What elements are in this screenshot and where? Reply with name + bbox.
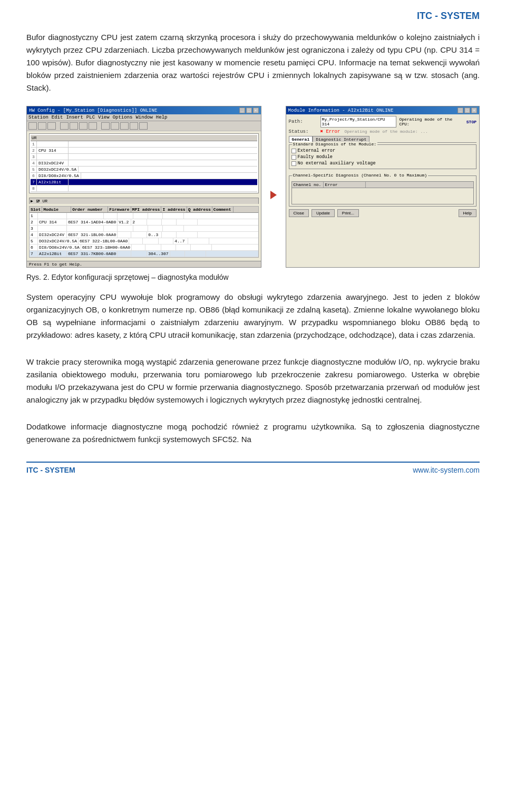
cell-comm bbox=[177, 232, 198, 238]
hw-config-window: HW Config - [My_Station [Diagnostics]] O… bbox=[26, 106, 261, 268]
cell-mod bbox=[38, 213, 67, 219]
cell-iadr bbox=[133, 213, 148, 219]
cell-iadr bbox=[159, 238, 173, 244]
col-qadr: Q address bbox=[187, 207, 212, 212]
slot-module: DI32xDC24V bbox=[37, 160, 69, 166]
cell-comm bbox=[191, 244, 212, 250]
cell-mod: CPU 314 bbox=[38, 219, 67, 225]
toolbar-btn-2[interactable] bbox=[38, 122, 46, 130]
toolbar-btn-10[interactable] bbox=[120, 122, 129, 130]
update-button[interactable]: Update bbox=[312, 209, 335, 217]
slot-num: 8 bbox=[31, 185, 37, 191]
table-row-selected[interactable]: 7 AI2x12Bit 6ES7 331-7KB00-0AB0 304..307 bbox=[30, 251, 258, 257]
rack-row-5: 5 DO32xDC24V/0.5A bbox=[31, 167, 257, 173]
checkbox-icon-2[interactable] bbox=[291, 155, 296, 160]
toolbar-btn-12[interactable] bbox=[139, 122, 148, 130]
table-rack-label: ▶ 🖳 UR bbox=[29, 198, 259, 204]
table-row[interactable]: 3 bbox=[30, 226, 258, 232]
toolbar-btn-1[interactable] bbox=[28, 122, 37, 130]
cell-qadr bbox=[148, 226, 163, 231]
cell-qadr bbox=[170, 251, 185, 257]
cell-order bbox=[67, 213, 104, 219]
module-info-content: Path: My_Project/My_Station/CPU 314 Oper… bbox=[286, 114, 479, 219]
rack-addr: UR bbox=[32, 135, 37, 140]
cell-iadr: 304..307 bbox=[147, 251, 170, 257]
cell-mpi bbox=[118, 226, 133, 231]
cell-fw bbox=[118, 232, 131, 238]
menu-insert[interactable]: Insert bbox=[66, 115, 83, 120]
cell-mpi bbox=[131, 251, 147, 257]
rack-row-3: 3 bbox=[31, 154, 257, 160]
status-value: ✖ Error bbox=[320, 129, 340, 134]
maximize-btn-r[interactable]: □ bbox=[464, 107, 470, 113]
cell-fw: V1.2 bbox=[118, 219, 131, 225]
maximize-btn[interactable]: □ bbox=[246, 107, 252, 113]
col-slot: Slot bbox=[30, 207, 42, 212]
module-info-title: Module Information - AI2x12Bit ONLINE bbox=[288, 108, 394, 113]
toolbar-btn-5[interactable] bbox=[70, 122, 78, 130]
slot-num: 3 bbox=[31, 154, 37, 160]
status-error-text: Error bbox=[326, 129, 340, 134]
channel-diagnosis-group: Channel-Specific Diagnosis (Channel No. … bbox=[289, 175, 476, 207]
checkbox-icon-3[interactable] bbox=[291, 161, 296, 166]
table-header: Slot Module Order number Firmware MPI ad… bbox=[30, 207, 258, 213]
help-button[interactable]: Help bbox=[459, 209, 476, 217]
channel-rows-empty bbox=[292, 188, 473, 204]
action-buttons: Close Update Print... Help bbox=[289, 209, 476, 217]
rack-visual: UR 1 2 CPU 314 3 4 bbox=[29, 133, 259, 193]
table-row[interactable]: 1 bbox=[30, 213, 258, 219]
close-btn[interactable]: × bbox=[253, 107, 259, 113]
paragraph-2: System operacyjny CPU wywołuje blok prog… bbox=[26, 291, 480, 341]
cell-order: 6ES7 322-1BL00-0AA0 bbox=[79, 238, 129, 244]
rack-row-7[interactable]: 7 AI2x12Bit bbox=[31, 179, 257, 185]
cell-mod: DO32xDC24V/0.5A bbox=[38, 238, 79, 244]
close-button[interactable]: Close bbox=[289, 209, 309, 217]
menu-edit[interactable]: Edit bbox=[52, 115, 63, 120]
table-row[interactable]: 4 DI32xDC24V 6ES7 321-1BL00-0AA0 0..3 bbox=[30, 232, 258, 238]
close-btn-r[interactable]: × bbox=[471, 107, 477, 113]
cell-qadr bbox=[148, 213, 163, 219]
menu-view[interactable]: View bbox=[98, 115, 110, 120]
ch-num-header: Channel no. bbox=[292, 182, 324, 188]
cell-iadr bbox=[147, 219, 162, 225]
toolbar-btn-7[interactable] bbox=[89, 122, 97, 130]
rack-row-1: 1 bbox=[31, 141, 257, 148]
cell-order bbox=[67, 226, 104, 231]
toolbar-btn-11[interactable] bbox=[130, 122, 138, 130]
table-row[interactable]: 5 DO32xDC24V/0.5A 6ES7 322-1BL00-0AA0 4.… bbox=[30, 238, 258, 244]
toolbar-btn-6[interactable] bbox=[79, 122, 87, 130]
cell-slot: 4 bbox=[30, 232, 38, 238]
minimize-btn-r[interactable]: _ bbox=[458, 107, 463, 113]
table-row[interactable]: 2 CPU 314 6ES7 314-1AE04-0AB0 V1.2 2 bbox=[30, 219, 258, 226]
toolbar-btn-3[interactable] bbox=[47, 122, 56, 130]
toolbar-btn-8[interactable] bbox=[101, 122, 110, 130]
ch-err-header: Error bbox=[324, 182, 366, 188]
op-mode-label: Operating mode of the CPU: bbox=[399, 117, 464, 126]
rack-row-6: 6 DI8/DO8x24V/0.5A bbox=[31, 173, 257, 179]
menu-plc[interactable]: PLC bbox=[86, 115, 95, 120]
cell-iadr bbox=[161, 244, 176, 250]
module-info-titlebar: Module Information - AI2x12Bit ONLINE _ … bbox=[286, 106, 479, 114]
cell-order: 6ES7 321-1BL00-0AA0 bbox=[67, 232, 118, 238]
path-row: Path: My_Project/My_Station/CPU 314 Oper… bbox=[289, 116, 476, 128]
page-header: ITC - SYSTEM bbox=[26, 11, 480, 22]
toolbar-btn-9[interactable] bbox=[111, 122, 119, 130]
menu-station[interactable]: Station bbox=[28, 115, 48, 120]
toolbar-btn-4[interactable] bbox=[60, 122, 69, 130]
menu-window[interactable]: Window bbox=[135, 115, 152, 120]
minimize-btn[interactable]: _ bbox=[239, 107, 245, 113]
cell-mod: DI32xDC24V bbox=[38, 232, 67, 238]
menu-help[interactable]: Help bbox=[156, 115, 168, 120]
cell-mpi bbox=[143, 238, 159, 244]
checkbox-icon-1[interactable] bbox=[291, 149, 296, 153]
hw-config-title: HW Config - [My_Station [Diagnostics]] O… bbox=[29, 108, 157, 113]
standard-diagnosis-group: Standard Diagnosis of the Module: Extern… bbox=[289, 144, 476, 169]
cell-fw bbox=[118, 251, 131, 257]
table-row[interactable]: 6 DI8/DO8x24V/0.5A 6ES7 323-1BH00-0AA0 bbox=[30, 244, 258, 251]
status-label: Status: bbox=[289, 129, 320, 134]
print-button[interactable]: Print... bbox=[337, 209, 359, 217]
cell-mpi: 2 bbox=[131, 219, 147, 225]
cell-comm bbox=[177, 219, 198, 225]
menu-options[interactable]: Options bbox=[113, 115, 133, 120]
screenshot-row: HW Config - [My_Station [Diagnostics]] O… bbox=[26, 106, 480, 268]
